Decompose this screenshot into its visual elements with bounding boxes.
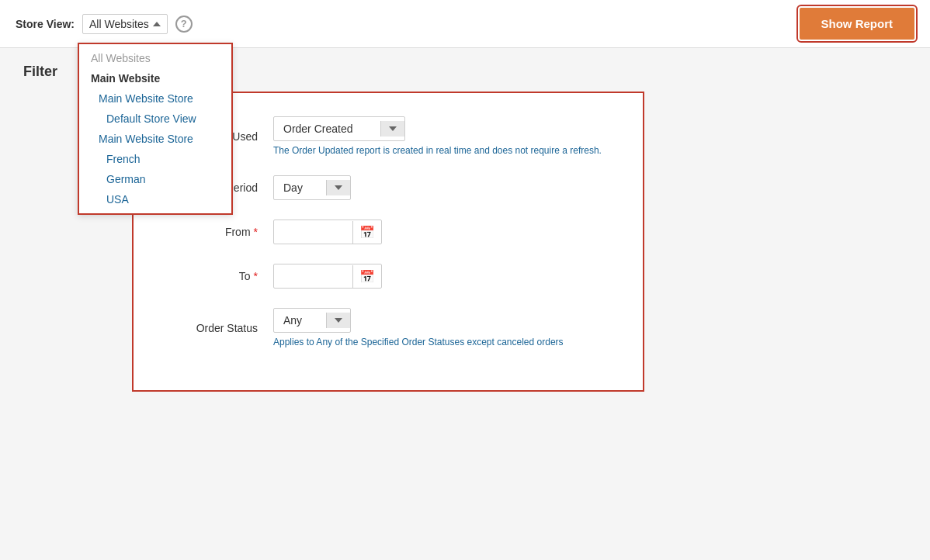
from-control: 📅	[273, 220, 612, 244]
dropdown-item-main-website-store-1[interactable]: Main Website Store	[79, 88, 231, 109]
arrow-down-icon	[389, 126, 397, 131]
calendar-icon: 📅	[359, 269, 375, 284]
period-arrow[interactable]	[326, 180, 350, 195]
period-value: Day	[274, 176, 326, 199]
order-status-select[interactable]: Any	[273, 308, 351, 333]
from-input[interactable]	[274, 220, 352, 244]
order-status-row: Order Status Any Applies to Any of the S…	[165, 308, 612, 347]
dropdown-item-usa[interactable]: USA	[79, 189, 231, 209]
from-input-wrapper: 📅	[273, 220, 382, 244]
show-report-button[interactable]: Show Report	[800, 8, 915, 40]
to-required-star: *	[254, 270, 258, 282]
store-view-section: Store View: All Websites ?	[16, 14, 193, 34]
to-row: To * 📅	[165, 264, 612, 289]
date-used-value: Order Created	[274, 117, 380, 140]
period-control: Day	[273, 175, 612, 200]
calendar-icon: 📅	[359, 225, 375, 240]
to-control: 📅	[273, 264, 612, 289]
help-icon[interactable]: ?	[175, 16, 193, 33]
dropdown-item-all-websites[interactable]: All Websites	[79, 48, 231, 68]
store-view-selector[interactable]: All Websites	[82, 14, 168, 34]
store-view-label: Store View:	[16, 18, 75, 30]
arrow-down-icon	[335, 318, 342, 323]
date-used-control: Order Created The Order Updated report i…	[273, 116, 612, 156]
dropdown-item-french[interactable]: French	[79, 149, 231, 169]
date-used-hint: The Order Updated report is created in r…	[273, 145, 612, 156]
period-select[interactable]: Day	[273, 175, 351, 200]
dropdown-item-main-website-store-2[interactable]: Main Website Store	[79, 129, 231, 149]
arrow-up-icon	[153, 22, 161, 26]
dropdown-item-main-website[interactable]: Main Website	[79, 68, 231, 88]
to-input-wrapper: 📅	[273, 264, 382, 289]
date-used-select[interactable]: Order Created	[273, 116, 405, 141]
order-status-value: Any	[274, 309, 326, 332]
to-input[interactable]	[274, 264, 352, 288]
order-status-arrow[interactable]	[326, 313, 350, 328]
to-calendar-button[interactable]: 📅	[352, 265, 381, 288]
from-required-star: *	[254, 226, 258, 238]
arrow-down-icon	[335, 185, 342, 190]
dropdown-item-german[interactable]: German	[79, 169, 231, 189]
order-status-label: Order Status	[165, 322, 273, 334]
order-status-control: Any Applies to Any of the Specified Orde…	[273, 308, 612, 347]
to-label: To *	[165, 270, 273, 282]
date-used-arrow[interactable]	[380, 121, 404, 137]
from-label: From *	[165, 226, 273, 238]
dropdown-item-default-store-view[interactable]: Default Store View	[79, 109, 231, 129]
store-view-selected-text: All Websites	[89, 18, 149, 30]
from-calendar-button[interactable]: 📅	[352, 221, 381, 244]
from-row: From * 📅	[165, 220, 612, 244]
top-bar: Store View: All Websites ? Show Report A…	[0, 0, 930, 48]
store-view-dropdown: All Websites Main Website Main Website S…	[78, 43, 233, 215]
order-status-hint: Applies to Any of the Specified Order St…	[273, 337, 612, 347]
